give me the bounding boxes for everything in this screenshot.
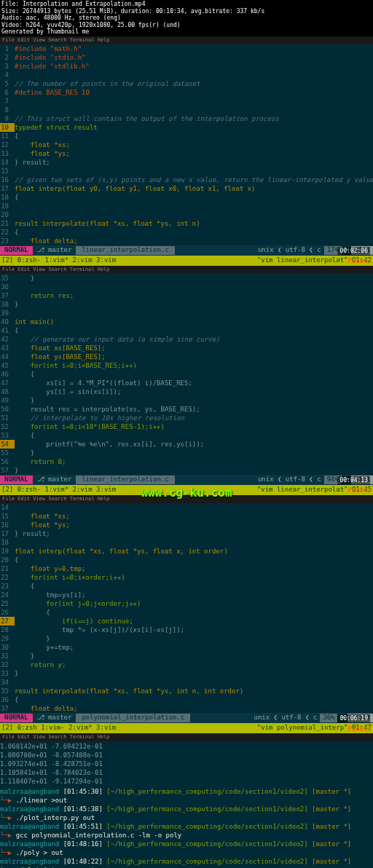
line-number: 32 — [0, 660, 15, 669]
line-number: 10 — [0, 123, 15, 132]
code-line[interactable]: 39 — [0, 309, 373, 317]
code-line[interactable]: 42 // generate our input data (a simple … — [0, 335, 373, 344]
code-line[interactable]: 32 return y; — [0, 660, 373, 669]
code-line[interactable]: 46 { — [0, 370, 373, 379]
code-text: return y; — [15, 660, 373, 669]
code-text: { — [15, 370, 373, 379]
code-text: { — [15, 556, 373, 564]
code-line[interactable]: 37 return res; — [0, 291, 373, 300]
code-line[interactable]: 19float interp(float *xs, float *ys, flo… — [0, 547, 373, 556]
code-line[interactable]: 38} — [0, 300, 373, 309]
menubar[interactable]: File Edit View Search Terminal Help — [0, 733, 373, 741]
command-line[interactable]: └─▶ ./linear >out — [0, 796, 373, 805]
line-number: 56 — [0, 457, 15, 466]
code-line[interactable]: 22 for(int i=0;i<order;i++) — [0, 573, 373, 582]
code-line[interactable]: 30 y+=tmp; — [0, 643, 373, 652]
code-line[interactable]: 15 — [0, 167, 373, 175]
code-line[interactable]: 36 — [0, 283, 373, 291]
code-line[interactable]: 6#define BASE_RES 10 — [0, 88, 373, 97]
line-number: 54 — [0, 440, 15, 449]
code-line[interactable]: 40int main() — [0, 317, 373, 326]
code-line[interactable]: 21 float y=0,tmp; — [0, 564, 373, 573]
code-line[interactable]: 35result interpolate(float *xs, float *y… — [0, 687, 373, 695]
tmux-windows[interactable]: [2] 0:zsh 1:vim- 2:vim* 3:vim — [1, 724, 116, 733]
code-line[interactable]: 14} result; — [0, 158, 373, 167]
code-area[interactable]: 1415 float *xs;16 float *ys;17} result;1… — [0, 503, 373, 713]
tmux-windows[interactable]: [2] 0:zsh- 1:vim* 2:vim 3:vim — [1, 486, 116, 494]
code-line[interactable]: 29 } — [0, 634, 373, 643]
code-line[interactable]: 50 result res = interpolate(xs, ys, BASE… — [0, 405, 373, 414]
code-line[interactable]: 2#include "stdio.h" — [0, 53, 373, 62]
code-line[interactable]: 9// This struct will contain the output … — [0, 114, 373, 123]
code-line[interactable]: 25 for(int j=0;j<order;j++) — [0, 599, 373, 608]
code-line[interactable]: 18 — [0, 538, 373, 547]
terminal-output: 1.068142e+01 -7.694212e-011.080700e+01 -… — [0, 741, 373, 786]
code-line[interactable]: 12 float *xs; — [0, 141, 373, 149]
code-line[interactable]: 17} result; — [0, 529, 373, 538]
command-line[interactable]: └─▶ ./poly > out — [0, 848, 373, 857]
code-line[interactable]: 47 xs[i] = 4.*M_PI*((float) i)/BASE_RES; — [0, 379, 373, 387]
code-line[interactable]: 16 float *ys; — [0, 521, 373, 529]
code-line[interactable]: 28 tmp *= (x-xs[j])/(xs[i]-xs[j]); — [0, 626, 373, 634]
code-line[interactable]: 52 for(int i=0;i<10*(BASE_RES-1);i++) — [0, 422, 373, 431]
code-line[interactable]: 15 float *xs; — [0, 512, 373, 521]
code-line[interactable]: 21result interpolate(float *xs, float *y… — [0, 219, 373, 228]
code-line[interactable]: 43 float xs[BASE_RES]; — [0, 344, 373, 352]
code-text: tmp *= (x-xs[j])/(xs[i]-xs[j]); — [15, 626, 373, 634]
code-line[interactable]: 22{ — [0, 228, 373, 237]
code-line[interactable]: 31 } — [0, 652, 373, 660]
code-line[interactable]: 55 } — [0, 449, 373, 457]
code-line[interactable]: 36{ — [0, 695, 373, 704]
code-line[interactable]: 48 ys[i] = sin(xs[i]); — [0, 387, 373, 396]
code-line[interactable]: 10typedef struct result — [0, 123, 373, 132]
code-line[interactable]: 18{ — [0, 193, 373, 202]
code-line[interactable]: 51 // interpolate to 10x higher resoluti… — [0, 414, 373, 422]
code-line[interactable]: 54 printf("%e %e\n", res.xs[i], res.ys[i… — [0, 440, 373, 449]
code-line[interactable]: 8 — [0, 106, 373, 114]
code-line[interactable]: 56 return 0; — [0, 457, 373, 466]
code-line[interactable]: 41{ — [0, 326, 373, 335]
menubar[interactable]: File Edit View Search Terminal Help — [0, 36, 373, 44]
code-line[interactable]: 26 { — [0, 608, 373, 617]
code-area[interactable]: 1#include "math.h"2#include "stdio.h"3#i… — [0, 44, 373, 245]
code-line[interactable]: 17float interp(float y0, float y1, float… — [0, 184, 373, 193]
code-line[interactable]: 14 — [0, 503, 373, 512]
code-line[interactable]: 5// The number of points in the original… — [0, 79, 373, 88]
code-line[interactable]: 19 — [0, 202, 373, 210]
code-area[interactable]: 35 }3637 return res;38}3940int main()41{… — [0, 274, 373, 475]
command-line[interactable]: └─▶ ./plot_interp.py out — [0, 813, 373, 822]
code-text: // given two sets of (x,y) points and a … — [15, 175, 373, 184]
code-line[interactable]: 11{ — [0, 132, 373, 141]
code-line[interactable]: 16// given two sets of (x,y) points and … — [0, 175, 373, 184]
code-line[interactable]: 23 float delta; — [0, 237, 373, 245]
code-line[interactable]: 45 for(int i=0;i<BASE_RES;i++) — [0, 361, 373, 370]
code-line[interactable]: 34 — [0, 678, 373, 687]
menubar[interactable]: File Edit View Search Terminal Help — [0, 266, 373, 274]
tmux-windows[interactable]: [2] 0:zsh- 1:vim* 2:vim 3:vim — [1, 256, 116, 265]
code-line[interactable]: 57} — [0, 466, 373, 475]
line-number: 35 — [0, 274, 15, 283]
code-line[interactable]: 35 } — [0, 274, 373, 283]
code-line[interactable]: 53 { — [0, 431, 373, 440]
code-line[interactable]: 44 float ys[BASE_RES]; — [0, 352, 373, 361]
line-number: 28 — [0, 626, 15, 634]
code-line[interactable]: 13 float *ys; — [0, 149, 373, 158]
code-line[interactable]: 49 } — [0, 396, 373, 405]
code-line[interactable]: 3#include "stdlib.h" — [0, 62, 373, 71]
command-line[interactable]: └─▶ gcc polynomial_interpolation.c -lm -… — [0, 831, 373, 840]
code-line[interactable]: 24 tmp=ys[i]; — [0, 591, 373, 599]
code-line[interactable]: 27 if(i==j) continue; — [0, 617, 373, 626]
code-text — [15, 538, 373, 547]
code-line[interactable]: 20 — [0, 210, 373, 219]
code-line[interactable]: 33} — [0, 669, 373, 678]
code-line[interactable]: 23 { — [0, 582, 373, 591]
code-line[interactable]: 4 — [0, 71, 373, 79]
code-line[interactable]: 20{ — [0, 556, 373, 564]
code-line[interactable]: 7 — [0, 97, 373, 106]
terminal-prompts[interactable]: malzraa@angband [01:45:30] [~/high_perfo… — [0, 786, 373, 868]
code-line[interactable]: 1#include "math.h" — [0, 44, 373, 53]
code-text: // generate our input data (a simple sin… — [15, 335, 373, 344]
code-line[interactable]: 37 float delta; — [0, 704, 373, 713]
terminal-pane[interactable]: File Edit View Search Terminal Help 1.06… — [0, 733, 373, 868]
tmux-statusbar: [2] 0:zsh 1:vim- 2:vim* 3:vim "vim polyn… — [0, 723, 373, 733]
